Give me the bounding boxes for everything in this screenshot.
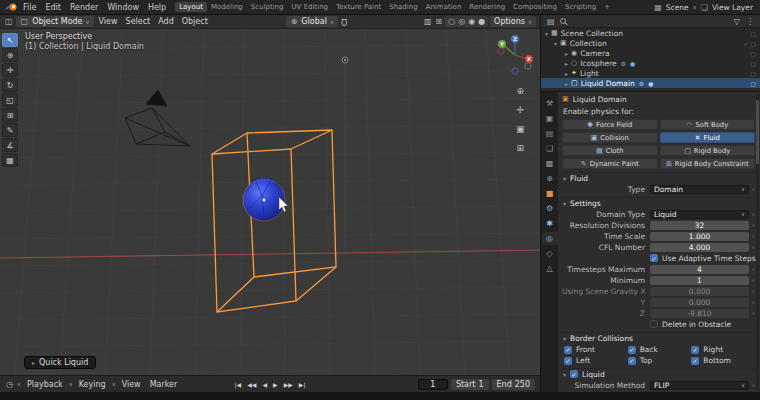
current-frame-field[interactable]: 1 [418,379,448,390]
timeline-editor-icon[interactable]: ◷ [5,380,14,389]
row-toggles[interactable]: ▢ [750,30,756,37]
tab-particles[interactable]: ✱ [542,217,558,230]
transform-orientation-dropdown[interactable]: ⊕ Global ∨ [286,16,338,27]
tab-output[interactable]: ▤ [542,127,558,140]
play-reverse-button[interactable]: ◀ [262,381,267,388]
animate-dot[interactable] [752,268,755,271]
animate-dot[interactable] [752,213,755,216]
tab-physics[interactable]: ◎ [542,232,558,245]
fluid-section-header[interactable]: ▾ Fluid [562,172,755,183]
axis-y-negative[interactable] [525,63,531,69]
soft-body-button[interactable]: ◠Soft Body [660,119,756,130]
scale-tool[interactable]: ◱ [2,93,18,107]
tab-world[interactable]: ⊕ [542,172,558,185]
ortho-toggle-icon[interactable]: ⊞ [516,143,524,153]
move-tool[interactable]: ✛ [2,63,18,77]
pan-icon[interactable]: ✛ [516,105,524,115]
play-button[interactable]: ▶ [273,381,278,388]
liquid-enable-checkbox[interactable]: ✓ [570,370,578,378]
editor-type-icon[interactable]: ◫ [4,17,14,26]
menu-view[interactable]: View [96,17,121,26]
add-workspace-button[interactable]: + [600,2,614,12]
start-frame-field[interactable]: Start 1 [451,379,489,390]
tab-render[interactable]: ▣ [542,112,558,125]
liquid-section-header[interactable]: ▾ ✓ Liquid [562,368,755,379]
annotate-tool[interactable]: ✎ [2,123,18,137]
simulation-method-dropdown[interactable]: FLIP∨ [650,381,749,390]
measure-tool[interactable]: ∡ [2,138,18,152]
menu-view-timeline[interactable]: View [119,380,144,389]
row-toggles[interactable]: ▢ [750,50,756,57]
operator-panel[interactable]: ▸ Quick Liquid [24,356,96,369]
axis-z-negative[interactable] [512,68,518,74]
cursor-tool[interactable]: ⊕ [2,48,18,62]
view-layer-selector[interactable]: View Layer [712,3,753,12]
animate-dot[interactable] [752,235,755,238]
settings-section-header[interactable]: ▾ Settings [562,197,755,208]
timesteps-max-field[interactable]: 4 [650,265,749,274]
cfl-field[interactable]: 4.000 [650,243,749,252]
tab-layout[interactable]: Layout [175,2,207,12]
fluid-button[interactable]: ✕Fluid [660,132,756,143]
breadcrumb-label[interactable]: Liquid Domain [573,95,627,104]
menu-marker[interactable]: Marker [147,380,181,389]
axis-x-negative[interactable] [498,48,504,54]
tab-shading[interactable]: Shading [385,2,421,12]
menu-help[interactable]: Help [144,3,170,12]
tab-rendering[interactable]: Rendering [465,2,509,12]
animate-dot[interactable] [752,384,755,387]
solid-shading-icon[interactable]: ◎ [458,17,465,26]
left-checkbox[interactable]: ✓ [564,357,572,365]
show-overlays-icon[interactable]: ▥ [423,17,433,26]
animate-dot[interactable] [752,246,755,249]
menu-render[interactable]: Render [66,3,102,12]
animate-dot[interactable] [752,290,755,293]
filter-funnel-icon[interactable]: ▽ [733,17,741,26]
top-checkbox[interactable]: ✓ [628,357,636,365]
snap-magnet-icon[interactable]: Ω [340,17,348,26]
tab-texture-paint[interactable]: Texture Paint [332,2,385,12]
bottom-checkbox[interactable]: ✓ [691,357,699,365]
scrollbar-thumb[interactable] [756,100,759,164]
mode-dropdown[interactable]: ▢ Object Mode ∨ [16,16,94,27]
options-dropdown[interactable]: Options ∨ [490,16,536,27]
dynamic-paint-button[interactable]: ✎Dynamic Paint [562,158,658,169]
row-toggles[interactable]: ▢ [750,80,756,87]
outliner-row-icosphere[interactable]: ▸ ○ Icosphere ⚙ ● ▢ [541,58,760,68]
animate-dot[interactable] [752,224,755,227]
transform-tool[interactable]: ⊞ [2,108,18,122]
tab-animation[interactable]: Animation [422,2,466,12]
timesteps-min-field[interactable]: 1 [650,276,749,285]
row-toggles[interactable]: ▢ [750,70,756,77]
rendered-shading-icon[interactable]: ● [478,17,485,26]
resolution-field[interactable]: 32 [650,221,749,230]
next-keyframe-button[interactable]: ▶▶ [284,381,293,388]
menu-window[interactable]: Window [103,3,143,12]
domain-type-dropdown[interactable]: Liquid∨ [650,210,749,219]
tab-scripting[interactable]: Scripting [561,2,600,12]
back-checkbox[interactable]: ✓ [628,346,636,354]
camera-view-icon[interactable]: ▣ [516,124,525,134]
force-field-button[interactable]: ✺Force Field [562,119,658,130]
zoom-icon[interactable]: ⊕ [516,86,524,96]
tab-sculpting[interactable]: Sculpting [247,2,288,12]
menu-playback[interactable]: Playback [24,380,66,389]
rigid-body-button[interactable]: ▢Rigid Body [660,145,756,156]
tab-tool[interactable]: ⚒ [542,97,558,110]
jump-to-end-button[interactable]: ▶| [299,381,306,388]
tab-compositing[interactable]: Compositing [509,2,561,12]
add-cube-tool[interactable]: ▦ [2,153,18,167]
tab-uv-editing[interactable]: UV Editing [288,2,333,12]
row-toggles[interactable]: ✓ ▢ [743,40,756,47]
navigation-gizmo[interactable]: X Y Z [492,31,538,79]
collision-button[interactable]: ▣Collision [562,132,658,143]
outliner-row-liquid-domain[interactable]: ▸ ▢ Liquid Domain ⚙ ● ▢ [541,78,760,88]
row-toggles[interactable]: ▢ [750,60,756,67]
previous-keyframe-button[interactable]: ◀◀ [247,381,256,388]
rotate-tool[interactable]: ↻ [2,78,18,92]
animate-dot[interactable] [752,312,755,315]
adaptive-steps-checkbox[interactable]: ✓ [650,254,658,262]
material-shading-icon[interactable]: ◉ [468,17,475,26]
menu-edit[interactable]: Edit [41,3,65,12]
cloth-button[interactable]: ▤Cloth [562,145,658,156]
